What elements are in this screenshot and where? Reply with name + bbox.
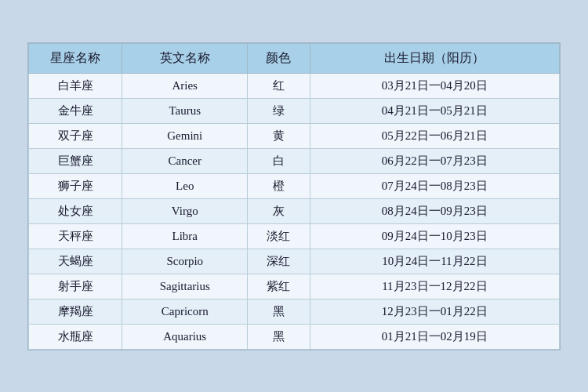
cell-chinese: 巨蟹座	[29, 148, 122, 173]
table-row: 摩羯座Capricorn黑12月23日一01月22日	[29, 299, 560, 324]
cell-color: 红	[247, 73, 310, 98]
table-row: 白羊座Aries红03月21日一04月20日	[29, 73, 560, 98]
cell-english: Leo	[122, 173, 248, 198]
cell-color: 绿	[247, 98, 310, 123]
cell-chinese: 水瓶座	[29, 324, 122, 349]
cell-english: Sagittarius	[122, 274, 248, 299]
cell-chinese: 狮子座	[29, 173, 122, 198]
cell-dates: 06月22日一07月23日	[310, 148, 559, 173]
cell-english: Scorpio	[122, 249, 248, 274]
cell-english: Aquarius	[122, 324, 248, 349]
zodiac-table-container: 星座名称 英文名称 颜色 出生日期（阳历） 白羊座Aries红03月21日一04…	[27, 42, 561, 350]
cell-dates: 01月21日一02月19日	[310, 324, 559, 349]
table-row: 处女座Virgo灰08月24日一09月23日	[29, 198, 560, 223]
table-row: 双子座Gemini黄05月22日一06月21日	[29, 123, 560, 148]
cell-color: 白	[247, 148, 310, 173]
cell-english: Taurus	[122, 98, 248, 123]
cell-chinese: 处女座	[29, 198, 122, 223]
table-header-row: 星座名称 英文名称 颜色 出生日期（阳历）	[29, 43, 560, 73]
table-row: 狮子座Leo橙07月24日一08月23日	[29, 173, 560, 198]
cell-dates: 12月23日一01月22日	[310, 299, 559, 324]
cell-dates: 04月21日一05月21日	[310, 98, 559, 123]
table-row: 射手座Sagittarius紫红11月23日一12月22日	[29, 274, 560, 299]
cell-chinese: 射手座	[29, 274, 122, 299]
table-row: 巨蟹座Cancer白06月22日一07月23日	[29, 148, 560, 173]
cell-chinese: 摩羯座	[29, 299, 122, 324]
cell-chinese: 金牛座	[29, 98, 122, 123]
header-english: 英文名称	[122, 43, 248, 73]
cell-dates: 07月24日一08月23日	[310, 173, 559, 198]
cell-english: Cancer	[122, 148, 248, 173]
zodiac-table: 星座名称 英文名称 颜色 出生日期（阳历） 白羊座Aries红03月21日一04…	[28, 43, 560, 350]
cell-chinese: 天秤座	[29, 223, 122, 249]
cell-english: Virgo	[122, 198, 248, 223]
cell-color: 淡红	[247, 223, 310, 249]
header-chinese: 星座名称	[29, 43, 122, 73]
cell-color: 黑	[247, 324, 310, 349]
cell-color: 深红	[247, 249, 310, 274]
cell-english: Capricorn	[122, 299, 248, 324]
cell-color: 黑	[247, 299, 310, 324]
cell-chinese: 白羊座	[29, 73, 122, 98]
cell-english: Aries	[122, 73, 248, 98]
cell-chinese: 双子座	[29, 123, 122, 148]
cell-color: 橙	[247, 173, 310, 198]
table-row: 天蝎座Scorpio深红10月24日一11月22日	[29, 249, 560, 274]
cell-color: 紫红	[247, 274, 310, 299]
cell-chinese: 天蝎座	[29, 249, 122, 274]
table-row: 天秤座Libra淡红09月24日一10月23日	[29, 223, 560, 249]
cell-color: 灰	[247, 198, 310, 223]
table-row: 水瓶座Aquarius黑01月21日一02月19日	[29, 324, 560, 349]
cell-english: Gemini	[122, 123, 248, 148]
cell-english: Libra	[122, 223, 248, 249]
cell-dates: 03月21日一04月20日	[310, 73, 559, 98]
table-row: 金牛座Taurus绿04月21日一05月21日	[29, 98, 560, 123]
cell-dates: 11月23日一12月22日	[310, 274, 559, 299]
header-date: 出生日期（阳历）	[310, 43, 559, 73]
cell-dates: 08月24日一09月23日	[310, 198, 559, 223]
cell-dates: 09月24日一10月23日	[310, 223, 559, 249]
cell-dates: 10月24日一11月22日	[310, 249, 559, 274]
cell-color: 黄	[247, 123, 310, 148]
cell-dates: 05月22日一06月21日	[310, 123, 559, 148]
header-color: 颜色	[247, 43, 310, 73]
